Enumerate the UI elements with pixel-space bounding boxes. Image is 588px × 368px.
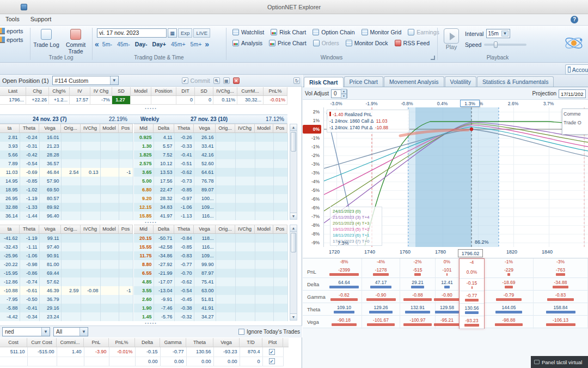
- table-row[interactable]: 15.55-42.58-0.85116...: [134, 243, 287, 251]
- play-button[interactable]: [444, 28, 459, 44]
- table-row[interactable]: -4.42-0.3423.24: [0, 312, 133, 321]
- table-row[interactable]: 3.55-13.04-0.5463.00: [134, 286, 287, 295]
- position-filter-select[interactable]: ned▼: [2, 327, 50, 336]
- column-header-0[interactable]: Mid: [134, 225, 154, 233]
- table-row[interactable]: 8.80-27.92-0.7799.90: [134, 260, 287, 269]
- trade-log-button[interactable]: Trade Log: [33, 29, 60, 55]
- table-row[interactable]: 0.9254.11-0.2626.16: [134, 133, 287, 142]
- table-row[interactable]: 36.14-1.4496.40: [0, 212, 133, 220]
- tab-4[interactable]: Statistics & Fundamentals: [477, 76, 554, 87]
- table-row[interactable]: -20.22-0.9881.00: [0, 260, 133, 269]
- table-row[interactable]: -25.96-1.0690.91: [0, 251, 133, 260]
- table-row[interactable]: -32.43-1.1197.40: [0, 243, 133, 251]
- tab-1[interactable]: Price Chart: [344, 76, 384, 87]
- column-header-5[interactable]: Model: [100, 124, 119, 132]
- commit-button[interactable]: ✔Commit: [182, 77, 210, 84]
- table-row[interactable]: -41.62-1.1999.11: [0, 234, 133, 243]
- column-header-1[interactable]: Theta: [20, 124, 39, 132]
- column-header-0[interactable]: Mid: [134, 124, 154, 132]
- totals-header-0[interactable]: Cost: [0, 338, 27, 347]
- trade-order-button[interactable]: Trade O: [564, 120, 587, 125]
- plot-checkbox[interactable]: ✓: [269, 358, 275, 364]
- column-header-4[interactable]: IVChg: [81, 124, 100, 132]
- type-filter-select[interactable]: All▼: [53, 327, 88, 336]
- column-header-6[interactable]: Model: [255, 124, 273, 132]
- analysis-button[interactable]: Analysis: [230, 39, 265, 47]
- time-step-0[interactable]: 5m-: [102, 41, 112, 47]
- time-step-4[interactable]: 45m+: [171, 41, 186, 47]
- commit-trade-button[interactable]: Commit Trade: [62, 29, 89, 55]
- puts-scrollbar[interactable]: ▲ ▼: [290, 225, 297, 321]
- column-header-2[interactable]: Theta: [174, 124, 194, 132]
- column-header-3[interactable]: Vega: [194, 225, 216, 233]
- scrollbar-thumb[interactable]: [291, 132, 296, 152]
- summary-header-9[interactable]: SD: [195, 87, 213, 95]
- totals-header-7[interactable]: Theta: [186, 338, 213, 347]
- help-icon[interactable]: ?: [571, 16, 578, 23]
- column-header-1[interactable]: Delta: [154, 124, 174, 132]
- column-header-2[interactable]: Vega: [39, 225, 61, 233]
- watchlist-button[interactable]: Watchlist: [230, 28, 267, 37]
- reports-item-1[interactable]: eports: [0, 28, 29, 34]
- time-step-2[interactable]: Day-: [135, 41, 148, 47]
- table-row[interactable]: 6.8022.47-0.8589.07: [134, 185, 287, 194]
- summary-header-2[interactable]: Chg%: [49, 87, 70, 95]
- table-row[interactable]: 511.10-515.001.40-3.90-0.01%-0.15-0.7713…: [0, 347, 283, 357]
- column-header-3[interactable]: Vega: [194, 124, 216, 132]
- table-row[interactable]: 11.75-34.86-0.83109...: [134, 251, 287, 260]
- column-header-3[interactable]: Orig...: [61, 124, 81, 132]
- table-row[interactable]: 1.45-5.76-0.3234.27: [134, 312, 287, 321]
- live-button[interactable]: LIVE: [193, 28, 210, 38]
- spin-up-icon[interactable]: ▲: [341, 89, 347, 94]
- summary-header-10[interactable]: IVChg...: [213, 87, 237, 95]
- column-header-7[interactable]: Pos: [273, 225, 287, 233]
- speed-slider-thumb[interactable]: [494, 41, 498, 48]
- column-header-0[interactable]: ta: [0, 225, 20, 233]
- option-chain-button[interactable]: Option Chain: [310, 28, 357, 37]
- table-row[interactable]: 5.0017.56-0.7376.78: [134, 177, 287, 185]
- column-header-4[interactable]: Orig...: [216, 124, 235, 132]
- step-forward-icon[interactable]: »: [205, 40, 209, 48]
- table-row[interactable]: 2.60-9.91-0.4551.81: [134, 295, 287, 304]
- calls-scrollbar[interactable]: ▲ ▼: [290, 124, 297, 220]
- rss-feed-button[interactable]: RSS Feed: [392, 39, 432, 47]
- table-row[interactable]: 9.2028.32-0.97100...: [134, 194, 287, 203]
- refresh-icon[interactable]: ↻: [293, 77, 300, 84]
- column-header-7[interactable]: Pos: [273, 124, 287, 132]
- scroll-down-icon[interactable]: ▼: [290, 213, 297, 219]
- summary-header-5[interactable]: SD: [112, 87, 131, 95]
- time-step-5[interactable]: 5m+: [191, 41, 202, 47]
- table-row[interactable]: 2.57510.12-0.5152.60: [134, 159, 287, 168]
- table-row[interactable]: 18.95-1.0269.50: [0, 185, 133, 194]
- dialog-launcher-icon[interactable]: [431, 56, 435, 60]
- projection-date-input[interactable]: 17/11/202: [559, 89, 586, 98]
- column-header-1[interactable]: Theta: [20, 225, 39, 233]
- column-header-6[interactable]: Pos: [119, 124, 133, 132]
- summary-header-7[interactable]: Position: [151, 87, 176, 95]
- splitter-handle[interactable]: •••••: [0, 220, 302, 225]
- column-header-2[interactable]: Theta: [174, 225, 194, 233]
- step-back-icon[interactable]: «: [95, 40, 99, 48]
- table-row[interactable]: 3.6513.53-0.6264.61: [134, 168, 287, 177]
- close-icon[interactable]: ✕: [233, 77, 240, 84]
- summary-header-3[interactable]: IV: [70, 87, 90, 95]
- menu-item-1[interactable]: Support: [25, 14, 57, 24]
- virtual-touchpad-toast[interactable]: Panel táctil virtual: [531, 356, 588, 368]
- column-header-6[interactable]: Pos: [119, 225, 133, 233]
- totals-header-2[interactable]: Commi...: [57, 338, 84, 347]
- scroll-up-icon[interactable]: ▲: [290, 124, 297, 131]
- table-row[interactable]: 4.85-17.07-0.6275.41: [134, 277, 287, 286]
- trading-date-input[interactable]: vi. 17 nov. 2023: [97, 28, 167, 38]
- table-row[interactable]: 14.95-0.8557.90: [0, 177, 133, 185]
- summary-header-12[interactable]: PnL%: [264, 87, 287, 95]
- speed-slider[interactable]: [484, 44, 526, 46]
- reports-item-2[interactable]: eports: [0, 37, 29, 43]
- column-header-0[interactable]: ta: [0, 124, 20, 132]
- menu-item-0[interactable]: Tools: [0, 14, 25, 24]
- interval-select[interactable]: 15m▼: [486, 29, 510, 38]
- comment-button[interactable]: Comme: [564, 111, 587, 117]
- table-row[interactable]: 12.1534.83-1.06109...: [134, 203, 287, 212]
- scroll-down-icon[interactable]: ▼: [290, 313, 297, 320]
- chevron-down-icon[interactable]: ▼: [79, 328, 88, 336]
- table-row[interactable]: 1.8257.52-0.4142.16: [134, 150, 287, 159]
